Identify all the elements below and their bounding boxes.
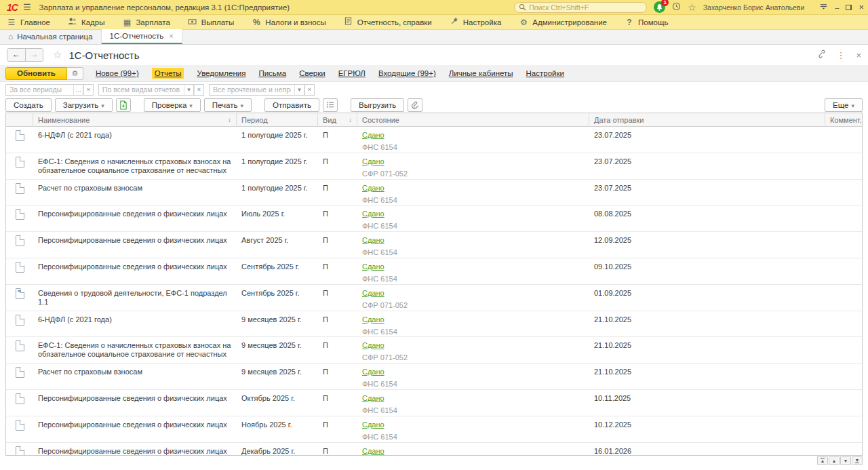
table-row[interactable]: Персонифицированные сведения о физически… [6, 205, 862, 232]
load-from-file-button[interactable] [116, 98, 131, 112]
read-clear-icon[interactable]: × [304, 84, 315, 96]
status-link[interactable]: Сдано [362, 131, 585, 139]
table-row[interactable]: Персонифицированные сведения о физически… [6, 416, 862, 443]
restore-button[interactable] [846, 3, 852, 12]
column-header-kind[interactable]: Вид ↓ [318, 113, 357, 127]
read-state-input[interactable] [209, 84, 294, 96]
status-link[interactable]: Сдано [362, 368, 585, 376]
favorites-star-icon[interactable]: ☆ [688, 2, 696, 13]
menu-item-payments[interactable]: Выплаты [188, 18, 235, 27]
close-form-icon[interactable]: × [856, 50, 861, 60]
status-link[interactable]: Сдано [362, 341, 585, 349]
tab-close-icon[interactable]: × [169, 32, 173, 40]
send-queue-button[interactable] [323, 98, 338, 112]
read-state-filter[interactable]: ▾ × [209, 84, 315, 96]
main-menu-icon[interactable]: ☰ [23, 2, 31, 12]
view-link-reconciliations[interactable]: Сверки [299, 69, 326, 77]
column-header-comment[interactable]: Коммент... [825, 113, 862, 127]
table-row[interactable]: Персонифицированные сведения о физически… [6, 232, 862, 258]
table-row[interactable]: Персонифицированные сведения о физически… [6, 258, 862, 285]
view-link-letters[interactable]: Письма [258, 69, 286, 77]
status-link[interactable]: Сдано [362, 157, 585, 165]
view-link-incoming[interactable]: Входящие (99+) [378, 69, 436, 77]
scroll-to-bottom-button[interactable]: ▼ [852, 456, 863, 465]
check-button[interactable]: Проверка▾ [144, 98, 201, 112]
menu-item-settings[interactable]: Настройка [450, 17, 502, 27]
view-link-reports[interactable]: Отчеты [152, 68, 184, 79]
global-search[interactable] [514, 2, 647, 13]
table-row[interactable]: Персонифицированные сведения о физически… [6, 443, 862, 456]
export-button[interactable]: Выгрузить [351, 98, 404, 112]
load-button[interactable]: Загрузить▾ [55, 98, 113, 112]
table-row[interactable]: Сведения о трудовой деятельности, ЕФС-1 … [6, 285, 862, 311]
create-button[interactable]: Создать [5, 98, 52, 112]
attachments-button[interactable] [408, 98, 422, 112]
column-header-state[interactable]: Состояние [357, 113, 589, 127]
table-row[interactable]: ЕФС-1: Сведения о начисленных страховых … [6, 337, 862, 364]
status-link[interactable]: Сдано [362, 420, 585, 429]
send-button[interactable]: Отправить [264, 98, 319, 112]
period-filter[interactable]: … × [5, 84, 94, 96]
current-user[interactable]: Захарченко Борис Анатольеви [703, 3, 805, 12]
menu-item-salary[interactable]: ▦ Зарплата [122, 18, 170, 27]
report-kind-input[interactable] [98, 84, 184, 96]
table-row[interactable]: ЕФС-1: Сведения о начисленных страховых … [6, 153, 862, 180]
more-actions-button[interactable]: Еще▾ [825, 98, 863, 112]
period-choose-icon[interactable]: … [73, 84, 83, 96]
kind-dropdown-icon[interactable]: ▾ [184, 84, 194, 96]
table-row[interactable]: 6-НДФЛ (с 2021 года) 9 месяцев 2025 г. П… [6, 311, 862, 338]
add-favorite-star-icon[interactable]: ☆ [53, 49, 62, 61]
collapse-ribbon-icon[interactable] [819, 3, 828, 12]
column-header-period[interactable]: Период [237, 113, 318, 127]
status-link[interactable]: Сдано [362, 236, 585, 244]
view-link-new[interactable]: Новое (99+) [96, 69, 139, 77]
tab-1c-reporting[interactable]: 1С-Отчетность × [102, 29, 182, 44]
menu-item-personnel[interactable]: Кадры [68, 17, 104, 27]
table-row[interactable]: Расчет по страховым взносам 1 полугодие … [6, 180, 862, 206]
scroll-up-button[interactable]: ▲ [829, 456, 840, 465]
menu-item-administration[interactable]: ⚙ Администрирование [519, 18, 607, 27]
period-filter-input[interactable] [5, 84, 73, 96]
view-link-notifications[interactable]: Уведомления [197, 69, 245, 77]
column-header-sent-date[interactable]: Дата отправки [589, 113, 825, 127]
status-link[interactable]: Сдано [362, 289, 585, 297]
refresh-button[interactable]: Обновить [5, 67, 67, 80]
column-header-name[interactable]: Наименование ↓ [33, 113, 237, 127]
view-link-personal-accounts[interactable]: Личные кабинеты [449, 69, 513, 77]
report-period: Декабрь 2025 г. [237, 443, 318, 455]
notification-center-icon[interactable]: 1 [654, 1, 665, 13]
history-icon[interactable] [672, 2, 681, 13]
status-link[interactable]: Сдано [362, 315, 585, 324]
menu-item-taxes[interactable]: % Налоги и взносы [252, 18, 326, 27]
kind-clear-icon[interactable]: × [194, 84, 204, 96]
column-header-icon[interactable] [6, 113, 33, 127]
search-input[interactable] [529, 3, 637, 12]
status-link[interactable]: Сдано [362, 184, 585, 192]
view-link-egrul[interactable]: ЕГРЮЛ [338, 69, 366, 77]
forward-button[interactable]: → [25, 49, 43, 61]
print-button[interactable]: Печать▾ [204, 98, 252, 112]
table-row[interactable]: Расчет по страховым взносам 9 месяцев 20… [6, 364, 862, 390]
status-link[interactable]: Сдано [362, 394, 585, 402]
scroll-down-button[interactable]: ▼ [840, 456, 851, 465]
scroll-to-top-button[interactable]: ▲ [817, 456, 828, 465]
status-link[interactable]: Сдано [362, 210, 585, 218]
report-kind-filter[interactable]: ▾ × [98, 84, 204, 96]
table-row[interactable]: 6-НДФЛ (с 2021 года) 1 полугодие 2025 г.… [6, 127, 862, 153]
table-row[interactable]: Персонифицированные сведения о физически… [6, 390, 862, 416]
view-link-settings[interactable]: Настройки [526, 69, 564, 77]
more-menu-icon[interactable]: ⋮ [836, 50, 845, 60]
back-button[interactable]: ← [7, 49, 25, 61]
read-dropdown-icon[interactable]: ▾ [294, 84, 304, 96]
menu-item-main[interactable]: ☰ Главное [7, 18, 50, 27]
period-clear-icon[interactable]: × [83, 84, 94, 96]
status-link[interactable]: Сдано [362, 262, 585, 271]
refresh-settings-gear-icon[interactable]: ⚙ [67, 67, 83, 80]
status-link[interactable]: Сдано [362, 447, 585, 455]
get-link-icon[interactable] [816, 50, 825, 60]
minimize-button[interactable]: – [835, 3, 839, 12]
menu-item-help[interactable]: ? Помощь [625, 18, 668, 27]
tab-home[interactable]: ⌂ Начальная страница [0, 29, 102, 44]
close-button[interactable]: × [859, 2, 864, 12]
menu-item-reports[interactable]: Отчетность, справки [344, 17, 432, 27]
